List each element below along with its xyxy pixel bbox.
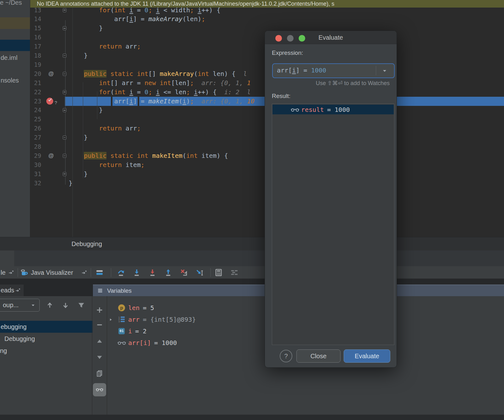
parameter-badge: p bbox=[117, 304, 126, 311]
int-badge: 01 bbox=[118, 328, 125, 334]
filter-icon[interactable] bbox=[77, 302, 85, 309]
fold-marker[interactable] bbox=[63, 172, 66, 176]
expand-editor-icon[interactable] bbox=[365, 67, 372, 74]
sidebar-highlight-olive[interactable] bbox=[0, 17, 30, 29]
line-number: 18 bbox=[30, 51, 41, 60]
code-line[interactable]: } bbox=[69, 106, 103, 115]
thread-group-dropdown[interactable]: oup... bbox=[0, 299, 40, 312]
fold-marker[interactable] bbox=[63, 72, 66, 76]
variable-name: arr bbox=[128, 316, 140, 323]
line-number: 30 bbox=[30, 160, 41, 170]
expand-arrow-icon[interactable] bbox=[108, 317, 113, 321]
help-button[interactable]: ? bbox=[280, 350, 292, 362]
threads-tab-label: eads bbox=[1, 285, 14, 296]
close-tab-button[interactable] bbox=[0, 250, 14, 266]
code-line[interactable]: int[] arr = new int[len]; arr: {0, 1, 1 bbox=[69, 78, 251, 88]
line-number: 21 bbox=[30, 78, 41, 88]
step-into-icon[interactable] bbox=[133, 268, 141, 277]
frame-row[interactable]: ng bbox=[0, 345, 92, 357]
result-name: result bbox=[301, 106, 324, 113]
chevron-down-icon[interactable] bbox=[382, 68, 387, 74]
show-execution-point-icon[interactable] bbox=[95, 268, 104, 277]
annotation-gutter-icon: @ bbox=[48, 151, 54, 160]
code-line[interactable]: for(int i = 0; i < width; i++) { bbox=[69, 8, 220, 14]
sidebar-item-iml[interactable]: de.iml bbox=[1, 53, 30, 62]
line-number: 13 bbox=[30, 8, 41, 14]
code-line[interactable]: return arr; bbox=[69, 124, 141, 133]
code-line[interactable]: } bbox=[69, 179, 72, 188]
drop-frame-icon[interactable] bbox=[180, 268, 188, 277]
code-line[interactable]: } bbox=[69, 133, 88, 142]
line-number: 19 bbox=[30, 60, 41, 69]
restore-layout-icon[interactable] bbox=[230, 268, 238, 277]
code-line[interactable]: return arr; bbox=[69, 42, 141, 51]
line-number: 24 bbox=[30, 106, 41, 115]
fold-marker[interactable] bbox=[63, 26, 66, 30]
run-to-cursor-icon[interactable] bbox=[196, 268, 204, 277]
watch-icon[interactable] bbox=[96, 386, 103, 393]
fold-marker[interactable] bbox=[63, 135, 66, 140]
variable-value: = 5 bbox=[143, 304, 154, 312]
annotation-gutter-icon: @ bbox=[48, 69, 54, 78]
frames-panel: oup... ebuggingDebuggingng bbox=[0, 296, 92, 420]
dialog-title: Evaluate bbox=[265, 31, 397, 44]
fold-marker[interactable] bbox=[63, 90, 66, 94]
line-number: 23 bbox=[30, 97, 41, 106]
watch-icon bbox=[291, 107, 299, 112]
code-line[interactable]: arr[i] = makeArray(len); bbox=[69, 14, 205, 24]
tab-java-visualizer[interactable]: Java Visualizer bbox=[31, 266, 73, 279]
line-number: 17 bbox=[30, 42, 41, 51]
code-line[interactable]: } bbox=[69, 24, 103, 33]
expression-input[interactable]: arr[i] = 1000 bbox=[272, 63, 395, 78]
force-step-into-icon[interactable] bbox=[148, 268, 157, 277]
sidebar-selected-item[interactable] bbox=[0, 40, 30, 51]
frame-row[interactable]: Debugging bbox=[0, 333, 96, 345]
line-number: 26 bbox=[30, 124, 41, 133]
thread-group-label: oup... bbox=[3, 299, 19, 311]
code-line[interactable]: public static int makeItem(int item) { bbox=[69, 151, 228, 160]
close-button[interactable]: Close bbox=[296, 349, 341, 363]
watch-icon bbox=[117, 340, 126, 345]
intention-lightbulb-icon[interactable] bbox=[267, 58, 276, 67]
step-out-icon[interactable] bbox=[164, 268, 172, 277]
code-line[interactable]: } bbox=[69, 51, 88, 60]
variable-name: len bbox=[128, 304, 140, 312]
move-down-icon[interactable] bbox=[62, 302, 69, 309]
scroll-up-icon[interactable] bbox=[96, 337, 103, 345]
dialog-titlebar[interactable]: Evaluate bbox=[265, 31, 397, 44]
result-list[interactable]: result = 1000 bbox=[272, 104, 394, 345]
result-row-selected[interactable]: result = 1000 bbox=[272, 105, 394, 114]
evaluate-button[interactable]: Evaluate bbox=[344, 349, 390, 363]
scroll-down-icon[interactable] bbox=[96, 354, 103, 361]
panel-divider bbox=[0, 279, 504, 285]
header-gap bbox=[24, 285, 93, 296]
line-number: 16 bbox=[30, 33, 41, 42]
move-up-icon[interactable] bbox=[46, 302, 54, 309]
fold-marker[interactable] bbox=[63, 108, 66, 112]
code-line[interactable]: arr[i] = makeItem(i); arr: {0, 1, 10 bbox=[69, 97, 255, 106]
fold-marker[interactable] bbox=[63, 154, 66, 158]
fold-marker[interactable] bbox=[63, 8, 66, 12]
svg-text:3: 3 bbox=[118, 320, 120, 323]
copy-icon[interactable] bbox=[96, 370, 103, 377]
breakpoint-icon[interactable] bbox=[46, 98, 53, 105]
tab-threads[interactable]: eads bbox=[0, 285, 24, 296]
fold-marker[interactable] bbox=[63, 54, 66, 58]
expression-value: arr[i] = 1000 bbox=[277, 64, 326, 77]
code-line[interactable]: } bbox=[69, 170, 88, 179]
variable-value: = 1000 bbox=[154, 339, 177, 347]
sidebar-item-consoles[interactable]: nsoles bbox=[1, 76, 30, 85]
tab-console[interactable]: le bbox=[1, 266, 6, 279]
step-over-icon[interactable] bbox=[117, 268, 125, 277]
debug-tab-strip bbox=[0, 250, 504, 266]
evaluate-expression-icon[interactable] bbox=[215, 268, 223, 277]
toolbar-separator bbox=[210, 268, 211, 277]
code-line[interactable]: for(int i = 0; i <= len; i++) { i: 2 l bbox=[69, 88, 251, 97]
frame-row[interactable]: ebugging bbox=[0, 321, 93, 333]
code-line[interactable]: return item; bbox=[69, 160, 145, 170]
toolbar-separator bbox=[18, 268, 18, 277]
code-line[interactable]: public static int[] makeArray(int len) {… bbox=[69, 69, 247, 78]
remove-icon[interactable] bbox=[96, 321, 103, 329]
java-visualizer-mug-icon bbox=[20, 268, 28, 277]
add-icon[interactable] bbox=[96, 306, 103, 314]
